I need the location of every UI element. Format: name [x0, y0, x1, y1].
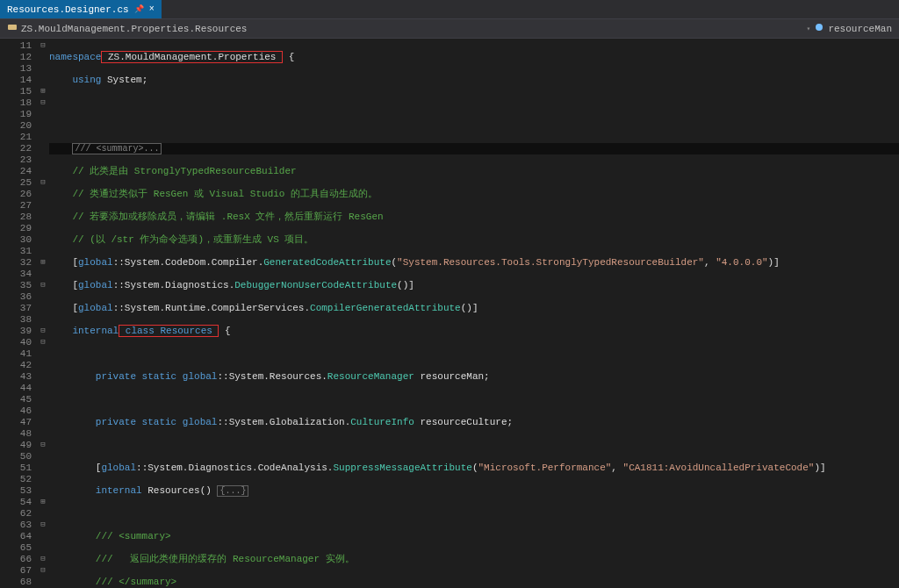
class-icon — [7, 22, 18, 35]
svg-rect-0 — [8, 25, 17, 30]
tab-title: Resources.Designer.cs — [7, 4, 129, 15]
breadcrumb-member-text: resourceMan — [828, 24, 892, 34]
breadcrumb-text: ZS.MouldManagement.Properties.Resources — [21, 24, 247, 34]
file-tab[interactable]: Resources.Designer.cs 📌 × — [0, 0, 162, 18]
svg-point-1 — [816, 24, 823, 31]
breadcrumb-member[interactable]: ▾ resourceMan — [807, 22, 892, 35]
highlight-namespace: ZS.MouldManagement.Properties — [101, 51, 283, 63]
close-icon[interactable]: × — [149, 4, 155, 14]
breadcrumb-scope[interactable]: ZS.MouldManagement.Properties.Resources — [7, 22, 247, 35]
highlight-class: class Resources — [119, 325, 219, 337]
code-editor[interactable]: 1112131415181920212223242526272829303132… — [0, 39, 899, 588]
line-number-gutter: 1112131415181920212223242526272829303132… — [0, 39, 37, 588]
collapsed-ctor[interactable]: {...} — [217, 485, 248, 497]
dropdown-arrow-icon: ▾ — [807, 25, 811, 32]
fold-gutter[interactable]: ⊟⊞⊟⊟⊞⊟⊟⊟⊟⊞⊟⊟⊟ — [37, 39, 49, 588]
code-area[interactable]: namespace ZS.MouldManagement.Properties … — [49, 39, 899, 588]
breadcrumb-bar: ZS.MouldManagement.Properties.Resources … — [0, 19, 899, 39]
field-icon — [814, 22, 824, 35]
tab-bar: Resources.Designer.cs 📌 × — [0, 0, 899, 19]
pin-icon[interactable]: 📌 — [134, 4, 144, 14]
collapsed-summary[interactable]: /// <summary>... — [72, 143, 162, 154]
